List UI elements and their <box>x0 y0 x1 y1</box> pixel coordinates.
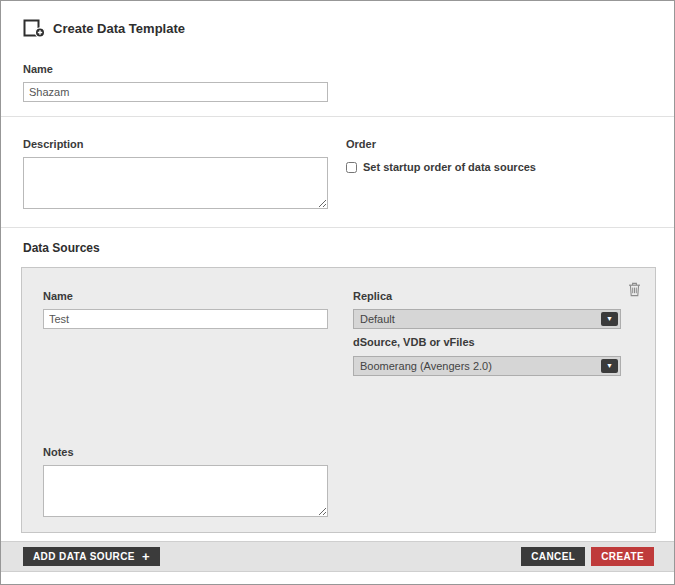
create-data-template-dialog: Create Data Template Name Description Or… <box>0 0 675 585</box>
add-data-source-label: ADD DATA SOURCE <box>33 551 135 562</box>
cancel-button[interactable]: CANCEL <box>521 547 585 566</box>
plus-icon: + <box>142 550 150 563</box>
order-label: Order <box>346 138 646 150</box>
name-field-group: Name <box>23 63 328 102</box>
divider <box>1 227 674 228</box>
description-textarea[interactable] <box>23 157 328 209</box>
replica-dropdown-value: Default <box>360 313 395 325</box>
name-label: Name <box>23 63 328 75</box>
divider <box>1 116 674 117</box>
create-button[interactable]: CREATE <box>591 547 654 566</box>
dialog-footer: ADD DATA SOURCE + CANCEL CREATE <box>1 541 674 572</box>
replica-dropdown[interactable]: Default ▼ <box>353 309 621 329</box>
dsource-dropdown-value: Boomerang (Avengers 2.0) <box>360 360 492 372</box>
dsource-label: dSource, VDB or vFiles <box>353 336 621 348</box>
name-input[interactable] <box>23 82 328 102</box>
description-field-group: Description <box>23 138 328 213</box>
source-name-label: Name <box>43 290 328 302</box>
description-label: Description <box>23 138 328 150</box>
startup-order-checkbox[interactable] <box>346 162 357 173</box>
source-name-field-group: Name <box>43 290 328 329</box>
dialog-title: Create Data Template <box>53 21 185 36</box>
dialog-header: Create Data Template <box>23 19 185 38</box>
notes-field-group: Notes <box>43 446 328 521</box>
create-template-icon <box>23 19 46 38</box>
dsource-dropdown[interactable]: Boomerang (Avengers 2.0) ▼ <box>353 356 621 376</box>
replica-label: Replica <box>353 290 621 302</box>
dsource-field-group: dSource, VDB or vFiles Boomerang (Avenge… <box>353 336 621 376</box>
replica-field-group: Replica Default ▼ <box>353 290 621 329</box>
add-data-source-button[interactable]: ADD DATA SOURCE + <box>23 547 160 566</box>
data-source-card: Name Replica Default ▼ dSource, VDB or v… <box>21 267 656 533</box>
delete-data-source-button[interactable] <box>626 281 642 297</box>
trash-icon <box>628 282 641 297</box>
notes-textarea[interactable] <box>43 465 328 517</box>
notes-label: Notes <box>43 446 328 458</box>
order-field-group: Order Set startup order of data sources <box>346 138 646 173</box>
source-name-input[interactable] <box>43 309 328 329</box>
startup-order-checkbox-label: Set startup order of data sources <box>363 161 536 173</box>
chevron-down-icon: ▼ <box>601 359 618 373</box>
data-sources-heading: Data Sources <box>23 241 100 255</box>
chevron-down-icon: ▼ <box>601 312 618 326</box>
